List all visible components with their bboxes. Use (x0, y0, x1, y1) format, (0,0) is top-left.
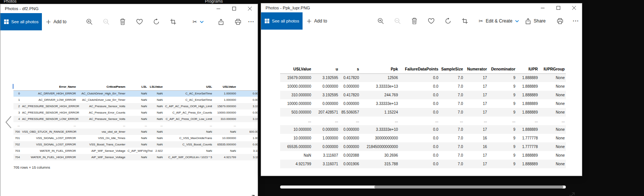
minimize-button[interactable] (535, 3, 551, 12)
add-to-label: Add to (53, 19, 67, 24)
table-cell: 315.788 (360, 160, 399, 168)
table-cell: 7.0 (439, 108, 464, 117)
share-label: Share (534, 18, 546, 24)
table-cell: 0.000000 (339, 99, 360, 108)
table-cell: ... (164, 122, 213, 129)
table-cell: AC_Pressure_Sensor_Volts (77, 116, 126, 122)
print-button[interactable] (232, 16, 244, 28)
table-cell: 0.000000 (339, 142, 360, 151)
zoom-out-button[interactable] (392, 15, 404, 27)
table-row: 704WATER_IN_FUEL_HIGH_ERRORAIP_WIF_Senso… (13, 154, 258, 160)
table-cell: AIP_WIF_Sensor_Voltage (77, 154, 126, 160)
table-cell: AIP_WIF_Sensor_Voltage (77, 148, 126, 154)
table-cell: 0.0 (399, 108, 439, 117)
table-cell: 17 (464, 99, 488, 108)
table-cell: 244.769 (360, 91, 399, 99)
table-row: 702VSS_SIGNAL_LOST_ERRORVSS_Boost_Trans_… (13, 141, 258, 148)
favorite-button[interactable] (425, 15, 437, 27)
expand-icon[interactable] (569, 192, 576, 196)
table-cell: ... (13, 122, 21, 129)
heart-icon (136, 19, 143, 25)
edit-create-button[interactable]: ✂ (193, 16, 204, 28)
table-cell: 4.921799 (280, 160, 312, 168)
zoom-in-button[interactable] (83, 16, 95, 28)
maximize-button[interactable] (226, 4, 242, 13)
add-to-button[interactable]: Add to (304, 12, 330, 30)
title-bar[interactable]: Photos - Ppk_lupr.PNG (261, 3, 582, 12)
table-cell: C_VSS_MaxOnIdleTrans (164, 135, 213, 141)
window-controls (211, 4, 258, 13)
table-cell: VSS_SIGNAL_LOST_ERROR (21, 135, 77, 141)
print-icon (557, 18, 563, 24)
table-cell: C_AIP_AC_Press_Err_Counts (164, 109, 213, 116)
table-row: 1AC_DRIVER_LOW_ERRORAC_ClutchDriver_Low_… (13, 97, 258, 103)
title-bar[interactable]: Photos - df2.PNG (0, 4, 258, 13)
share-button[interactable]: Share (525, 15, 546, 27)
horizontal-scrollbar-thumb[interactable] (374, 186, 563, 189)
zoom-in-icon (86, 18, 93, 25)
delete-button[interactable] (408, 15, 420, 27)
crop-button[interactable] (459, 15, 471, 27)
table-cell: NaN (280, 151, 312, 160)
crop-icon (170, 19, 176, 25)
chevron-down-icon (200, 21, 204, 23)
more-options-button[interactable]: ··· (246, 16, 257, 28)
table-row: 503.000000207.42857185.5060571.152240.07… (280, 108, 566, 117)
table-cell: AC_Pressure_Error_Counts (77, 109, 126, 116)
maximize-button[interactable] (551, 3, 566, 12)
table-cell: ... (360, 117, 399, 125)
see-all-photos-button[interactable]: See all photos (0, 13, 42, 30)
table-row: 10.0000000.0000000.0000003.33333e+100.07… (280, 125, 566, 134)
close-button[interactable] (566, 3, 582, 12)
table-cell: 10000.000000 (213, 109, 237, 116)
table-cell: NaN (126, 135, 148, 141)
table-cell: ... (339, 117, 360, 125)
trash-icon (120, 18, 126, 25)
edit-create-button[interactable]: ✂ Edit & Create (479, 15, 519, 27)
table-cell: WATER_IN_FUEL_HIGH_ERROR (21, 154, 77, 160)
table-cell: 702 (13, 141, 21, 148)
column-header: IUPRGroup (539, 64, 566, 73)
rotate-icon (153, 18, 160, 25)
table-row: 4AC_PRESSURE_SENSOR_LOW_ERRORAC_Pressure… (13, 116, 258, 122)
table-cell: 0.000000 (339, 134, 360, 142)
photos-grid-icon (264, 18, 270, 24)
print-button[interactable] (554, 15, 566, 27)
delete-button[interactable] (117, 16, 129, 28)
table-cell: AC_ClutchDriver_Low_Err_Timer (77, 97, 126, 103)
expand-icon[interactable] (249, 194, 255, 196)
see-all-photos-label: See all photos (272, 19, 299, 23)
see-all-photos-label: See all photos (11, 19, 39, 24)
edit-create-label: Edit & Create (486, 18, 512, 24)
table-cell: NaN (126, 109, 148, 116)
more-options-button[interactable]: ··· (570, 15, 582, 27)
favorite-button[interactable] (134, 16, 145, 28)
table-cell: 9 (488, 99, 516, 108)
rotate-button[interactable] (150, 16, 162, 28)
add-to-button[interactable]: Add to (43, 13, 70, 30)
table-cell: 3.33333e+10 (360, 125, 399, 134)
horizontal-scrollbar-track[interactable] (280, 186, 566, 189)
table-cell: NaN (126, 141, 148, 148)
share-button[interactable] (215, 16, 227, 28)
see-all-photos-button[interactable]: See all photos (261, 12, 303, 30)
window-title: Photos - Ppk_lupr.PNG (261, 6, 310, 10)
table-row: 701VSS_SIGNAL_LOST_ERRORVSS_On_Idle_Time… (13, 135, 258, 141)
table-cell: 9 (488, 160, 516, 168)
dataframe-shape-caption: 705 rows × 15 columns (13, 165, 50, 169)
table-cell: 0.417820 (339, 73, 360, 82)
close-button[interactable] (242, 4, 258, 13)
share-icon (218, 19, 224, 25)
table-cell: 0.0 (399, 125, 439, 134)
table-row: 15679.0000003.1925950.417820125060.07.01… (280, 73, 566, 82)
minimize-button[interactable] (211, 4, 226, 13)
column-header: IUPR (516, 64, 539, 73)
table-cell: 1.777778 (516, 134, 539, 142)
table-cell: 0.0 (399, 142, 439, 151)
crop-button[interactable] (167, 16, 179, 28)
zoom-in-button[interactable] (375, 15, 387, 27)
previous-photo-chevron-icon[interactable] (5, 116, 12, 129)
zoom-out-button[interactable] (100, 16, 112, 28)
table-cell: NaN (126, 116, 148, 122)
rotate-button[interactable] (442, 15, 454, 27)
